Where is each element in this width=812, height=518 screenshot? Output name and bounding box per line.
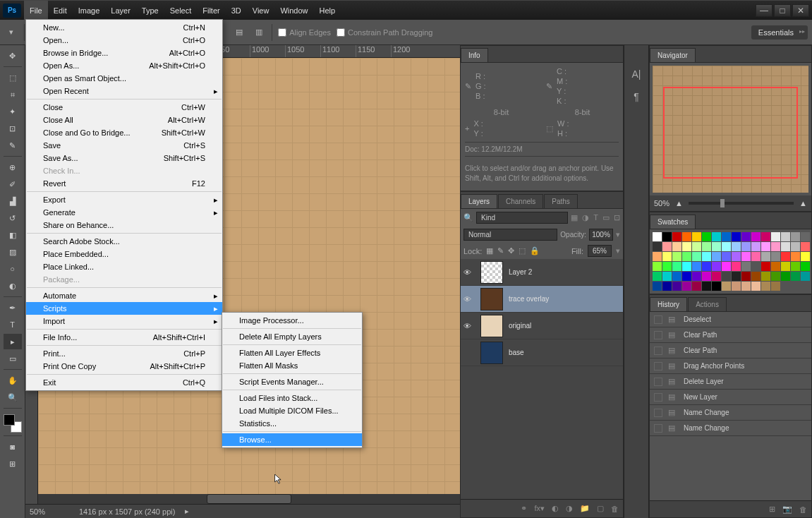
menu-item[interactable]: Close AllAlt+Ctrl+W bbox=[26, 114, 222, 126]
history-item[interactable]: ▤New Layer bbox=[650, 390, 811, 405]
swatch[interactable] bbox=[722, 282, 731, 291]
swatch[interactable] bbox=[662, 232, 672, 241]
menu-edit[interactable]: Edit bbox=[48, 1, 73, 20]
swatch[interactable] bbox=[771, 242, 780, 251]
history-check[interactable] bbox=[654, 378, 662, 386]
history-check[interactable] bbox=[654, 331, 662, 339]
swatch[interactable] bbox=[801, 232, 810, 241]
layer-row[interactable]: 👁original bbox=[461, 313, 623, 339]
swatch[interactable] bbox=[791, 232, 800, 241]
zoom-tool[interactable]: 🔍 bbox=[4, 390, 22, 405]
swatch[interactable] bbox=[722, 272, 731, 281]
swatch[interactable] bbox=[722, 252, 731, 261]
new-layer-icon[interactable]: ▢ bbox=[597, 504, 604, 513]
blend-mode[interactable]: Normal bbox=[463, 229, 557, 241]
eyedropper-tool[interactable]: ✎ bbox=[4, 138, 22, 153]
marquee-tool[interactable]: ⬚ bbox=[4, 70, 22, 85]
swatch[interactable] bbox=[692, 232, 701, 241]
history-item[interactable]: ▤Drag Anchor Points bbox=[650, 359, 811, 374]
swatch[interactable] bbox=[653, 262, 662, 271]
swatch[interactable] bbox=[801, 262, 810, 271]
swatch[interactable] bbox=[732, 262, 741, 271]
swatch[interactable] bbox=[751, 262, 761, 271]
history-check[interactable] bbox=[654, 409, 662, 417]
swatch[interactable] bbox=[672, 282, 681, 291]
filter-pixel-icon[interactable]: ▦ bbox=[571, 213, 578, 222]
eraser-tool[interactable]: ◧ bbox=[4, 227, 22, 243]
menu-item[interactable]: New...Ctrl+N bbox=[26, 21, 222, 34]
history-check[interactable] bbox=[654, 315, 662, 324]
filter-shape-icon[interactable]: ▭ bbox=[602, 213, 610, 222]
swatch[interactable] bbox=[732, 252, 741, 261]
swatch[interactable] bbox=[761, 272, 770, 281]
swatch[interactable] bbox=[702, 272, 711, 281]
swatch[interactable] bbox=[781, 242, 790, 251]
menu-type[interactable]: Type bbox=[136, 1, 164, 20]
swatch[interactable] bbox=[761, 252, 770, 261]
history-item[interactable]: ▤Deselect bbox=[650, 312, 811, 327]
menu-item[interactable]: Save As...Shift+Ctrl+S bbox=[26, 152, 222, 164]
filter-type-icon[interactable]: T bbox=[593, 213, 598, 222]
menu-select[interactable]: Select bbox=[164, 1, 198, 20]
menu-file[interactable]: File bbox=[24, 1, 48, 20]
menu-item[interactable]: Browse in Bridge...Alt+Ctrl+O bbox=[26, 47, 222, 59]
swatch[interactable] bbox=[672, 252, 681, 261]
dodge-tool[interactable]: ◐ bbox=[4, 278, 22, 294]
layer-name[interactable]: original bbox=[509, 322, 531, 330]
nav-zoom-value[interactable]: 50% bbox=[654, 199, 669, 207]
swatch[interactable] bbox=[692, 252, 701, 261]
swatch[interactable] bbox=[741, 242, 751, 251]
history-check[interactable] bbox=[654, 424, 662, 433]
fx-icon[interactable]: fx▾ bbox=[534, 504, 545, 513]
swatch[interactable] bbox=[722, 262, 731, 271]
swatch[interactable] bbox=[712, 272, 721, 281]
submenu-item[interactable]: Delete All Empty Layers bbox=[222, 330, 362, 343]
swatch[interactable] bbox=[771, 282, 780, 291]
zoom-in-icon[interactable]: ▲ bbox=[799, 199, 807, 207]
tab-history[interactable]: History bbox=[650, 297, 687, 311]
swatch[interactable] bbox=[682, 272, 691, 281]
swatch[interactable] bbox=[791, 252, 800, 261]
swatch[interactable] bbox=[761, 262, 770, 271]
menu-item[interactable]: CloseCtrl+W bbox=[26, 101, 222, 114]
gradient-tool[interactable]: ▨ bbox=[4, 244, 22, 260]
align-icon-3[interactable]: ▥ bbox=[252, 25, 266, 40]
swatch[interactable] bbox=[801, 242, 810, 251]
swatch[interactable] bbox=[791, 242, 800, 251]
swatch[interactable] bbox=[682, 242, 691, 251]
swatch[interactable] bbox=[702, 262, 711, 271]
swatch[interactable] bbox=[712, 242, 721, 251]
swatch[interactable] bbox=[722, 232, 731, 241]
swatch[interactable] bbox=[653, 272, 662, 281]
menu-item[interactable]: Print One CopyAlt+Shift+Ctrl+P bbox=[26, 360, 222, 373]
swatch[interactable] bbox=[781, 272, 790, 281]
history-check[interactable] bbox=[654, 347, 662, 355]
menu-item[interactable]: Scripts▸ bbox=[26, 302, 222, 315]
history-item[interactable]: ▤Clear Path bbox=[650, 327, 811, 343]
swatch[interactable] bbox=[741, 252, 751, 261]
paragraph-panel-icon[interactable]: ¶ bbox=[629, 89, 644, 104]
tab-paths[interactable]: Paths bbox=[544, 194, 578, 208]
submenu-item[interactable]: Image Processor... bbox=[222, 314, 362, 327]
swatch[interactable] bbox=[741, 282, 751, 291]
lasso-tool[interactable]: ⌗ bbox=[4, 87, 22, 102]
submenu-item[interactable]: Flatten All Layer Effects bbox=[222, 347, 362, 359]
pen-tool[interactable]: ✒ bbox=[4, 300, 22, 315]
layer-thumb[interactable] bbox=[480, 342, 503, 364]
submenu-item[interactable]: Statistics... bbox=[222, 417, 362, 430]
tool-preset-icon[interactable]: ▾ bbox=[4, 25, 18, 40]
swatch[interactable] bbox=[801, 252, 810, 261]
trash-icon[interactable]: 🗑 bbox=[611, 505, 619, 513]
scrollbar-horizontal[interactable] bbox=[38, 494, 460, 504]
opacity-value[interactable]: 100% bbox=[589, 229, 613, 241]
swatch[interactable] bbox=[702, 242, 711, 251]
menu-item[interactable]: Open as Smart Object... bbox=[26, 72, 222, 85]
history-check[interactable] bbox=[654, 393, 662, 402]
menu-image[interactable]: Image bbox=[73, 1, 106, 20]
heal-tool[interactable]: ⊕ bbox=[4, 159, 22, 175]
swatch[interactable] bbox=[662, 252, 672, 261]
tab-channels[interactable]: Channels bbox=[498, 194, 543, 208]
layer-row[interactable]: 👁trace overlay bbox=[461, 286, 623, 313]
menu-item[interactable]: Close and Go to Bridge...Shift+Ctrl+W bbox=[26, 126, 222, 139]
swatch[interactable] bbox=[702, 282, 711, 291]
